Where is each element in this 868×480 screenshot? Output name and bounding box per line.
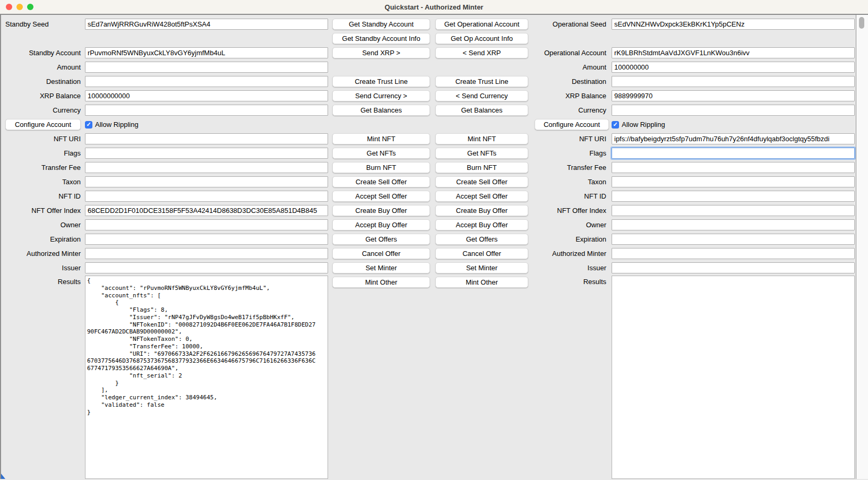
- create-buy-offer-standby-button[interactable]: Create Buy Offer: [332, 205, 430, 216]
- standby-expiration-input[interactable]: [85, 234, 328, 245]
- accept-buy-offer-operational-button[interactable]: Accept Buy Offer: [435, 219, 528, 230]
- send-xrp-left-button[interactable]: < Send XRP: [435, 47, 528, 58]
- standby-nft-id-input[interactable]: [85, 191, 328, 202]
- standby-taxon-input[interactable]: [85, 176, 328, 187]
- standby-amount-label: Amount: [5, 63, 81, 71]
- create-sell-offer-standby-button[interactable]: Create Sell Offer: [332, 176, 430, 187]
- window-title: Quickstart - Authorized Minter: [385, 3, 484, 11]
- row-seed: Standby Seed Get Standby Account Get Ope…: [1, 17, 856, 31]
- send-currency-left-button[interactable]: < Send Currency: [435, 90, 528, 101]
- operational-authorized-minter-input[interactable]: [612, 248, 855, 259]
- get-standby-account-button[interactable]: Get Standby Account: [332, 19, 430, 30]
- send-currency-right-button[interactable]: Send Currency >: [332, 90, 430, 101]
- allow-rippling-operational-checkbox[interactable]: ✓: [612, 121, 619, 128]
- get-operational-account-button[interactable]: Get Operational Account: [435, 19, 528, 30]
- standby-account-input[interactable]: [85, 47, 328, 58]
- standby-nft-offer-index-label: NFT Offer Index: [5, 207, 81, 215]
- configure-account-operational-button[interactable]: Configure Account: [535, 119, 609, 130]
- operational-owner-label: Owner: [528, 221, 609, 229]
- set-minter-standby-button[interactable]: Set Minter: [332, 262, 430, 273]
- zoom-window-button[interactable]: [27, 4, 33, 10]
- standby-seed-input[interactable]: [85, 19, 328, 30]
- vertical-scrollbar[interactable]: [856, 15, 868, 479]
- operational-balance-input[interactable]: [612, 90, 855, 101]
- operational-nft-id-input[interactable]: [612, 191, 855, 202]
- standby-results-textarea[interactable]: { "account": "rPuvmoRNf5WNByuxCkLY8vGY6y…: [85, 276, 328, 479]
- row-transfer-fee: Transfer Fee Burn NFT Burn NFT Transfer …: [1, 160, 856, 175]
- standby-flags-label: Flags: [5, 149, 81, 157]
- standby-flags-input[interactable]: [85, 148, 328, 159]
- scrollbar-thumb[interactable]: [859, 17, 864, 29]
- row-flags: Flags Get NFTs Get NFTs Flags: [1, 146, 856, 160]
- mint-other-standby-button[interactable]: Mint Other: [332, 277, 430, 288]
- row-owner: Owner Accept Buy Offer Accept Buy Offer …: [1, 218, 856, 232]
- get-nfts-standby-button[interactable]: Get NFTs: [332, 148, 430, 159]
- operational-nft-uri-input[interactable]: [612, 133, 855, 144]
- mint-other-operational-button[interactable]: Mint Other: [435, 277, 528, 288]
- accept-buy-offer-standby-button[interactable]: Accept Buy Offer: [332, 219, 430, 230]
- get-balances-standby-button[interactable]: Get Balances: [332, 105, 430, 116]
- allow-rippling-standby-checkbox[interactable]: ✓: [85, 121, 92, 128]
- set-minter-operational-button[interactable]: Set Minter: [435, 262, 528, 273]
- allow-rippling-standby-label: Allow Rippling: [95, 121, 139, 128]
- close-window-button[interactable]: [6, 4, 12, 10]
- operational-issuer-label: Issuer: [528, 264, 609, 272]
- cancel-offer-operational-button[interactable]: Cancel Offer: [435, 248, 528, 259]
- row-amount: Amount Amount: [1, 60, 856, 74]
- create-buy-offer-operational-button[interactable]: Create Buy Offer: [435, 205, 528, 216]
- get-offers-operational-button[interactable]: Get Offers: [435, 234, 528, 245]
- accept-sell-offer-standby-button[interactable]: Accept Sell Offer: [332, 191, 430, 202]
- corner-caret-icon: [1, 474, 5, 479]
- operational-destination-input[interactable]: [612, 76, 855, 87]
- standby-issuer-label: Issuer: [5, 264, 81, 272]
- standby-currency-input[interactable]: [85, 105, 328, 116]
- operational-amount-input[interactable]: [612, 62, 855, 73]
- check-icon: ✓: [613, 122, 617, 127]
- standby-owner-input[interactable]: [85, 219, 328, 230]
- operational-nft-offer-index-input[interactable]: [612, 205, 855, 216]
- standby-destination-input[interactable]: [85, 76, 328, 87]
- standby-authorized-minter-input[interactable]: [85, 248, 328, 259]
- get-offers-standby-button[interactable]: Get Offers: [332, 234, 430, 245]
- operational-taxon-input[interactable]: [612, 176, 855, 187]
- operational-currency-label: Currency: [528, 106, 609, 114]
- standby-taxon-label: Taxon: [5, 178, 81, 186]
- operational-owner-input[interactable]: [612, 219, 855, 230]
- cancel-offer-standby-button[interactable]: Cancel Offer: [332, 248, 430, 259]
- operational-seed-input[interactable]: [612, 19, 855, 30]
- operational-flags-input[interactable]: [612, 148, 855, 159]
- operational-account-input[interactable]: [612, 47, 855, 58]
- operational-results-textarea[interactable]: [612, 276, 855, 479]
- row-issuer: Issuer Set Minter Set Minter Issuer: [1, 261, 856, 275]
- get-standby-account-info-button[interactable]: Get Standby Account Info: [332, 33, 430, 44]
- standby-nft-uri-input[interactable]: [85, 133, 328, 144]
- burn-nft-operational-button[interactable]: Burn NFT: [435, 162, 528, 173]
- operational-currency-input[interactable]: [612, 105, 855, 116]
- standby-amount-input[interactable]: [85, 62, 328, 73]
- mint-nft-operational-button[interactable]: Mint NFT: [435, 133, 528, 144]
- operational-expiration-input[interactable]: [612, 234, 855, 245]
- operational-taxon-label: Taxon: [528, 178, 609, 186]
- standby-transfer-fee-input[interactable]: [85, 162, 328, 173]
- standby-issuer-input[interactable]: [85, 262, 328, 273]
- create-sell-offer-operational-button[interactable]: Create Sell Offer: [435, 176, 528, 187]
- create-trust-line-standby-button[interactable]: Create Trust Line: [332, 76, 430, 87]
- operational-transfer-fee-input[interactable]: [612, 162, 855, 173]
- get-balances-operational-button[interactable]: Get Balances: [435, 105, 528, 116]
- create-trust-line-operational-button[interactable]: Create Trust Line: [435, 76, 528, 87]
- get-op-account-info-button[interactable]: Get Op Account Info: [435, 33, 528, 44]
- operational-destination-label: Destination: [528, 78, 609, 85]
- standby-balance-input[interactable]: [85, 90, 328, 101]
- send-xrp-right-button[interactable]: Send XRP >: [332, 47, 430, 58]
- operational-authorized-minter-label: Authorized Minter: [528, 250, 609, 258]
- operational-issuer-input[interactable]: [612, 262, 855, 273]
- minimize-window-button[interactable]: [16, 4, 23, 10]
- configure-account-standby-button[interactable]: Configure Account: [5, 119, 81, 130]
- mint-nft-standby-button[interactable]: Mint NFT: [332, 133, 430, 144]
- burn-nft-standby-button[interactable]: Burn NFT: [332, 162, 430, 173]
- accept-sell-offer-operational-button[interactable]: Accept Sell Offer: [435, 191, 528, 202]
- standby-nft-offer-index-input[interactable]: [85, 205, 328, 216]
- operational-nft-id-label: NFT ID: [528, 192, 609, 200]
- operational-account-label: Operational Account: [528, 49, 609, 57]
- get-nfts-operational-button[interactable]: Get NFTs: [435, 148, 528, 159]
